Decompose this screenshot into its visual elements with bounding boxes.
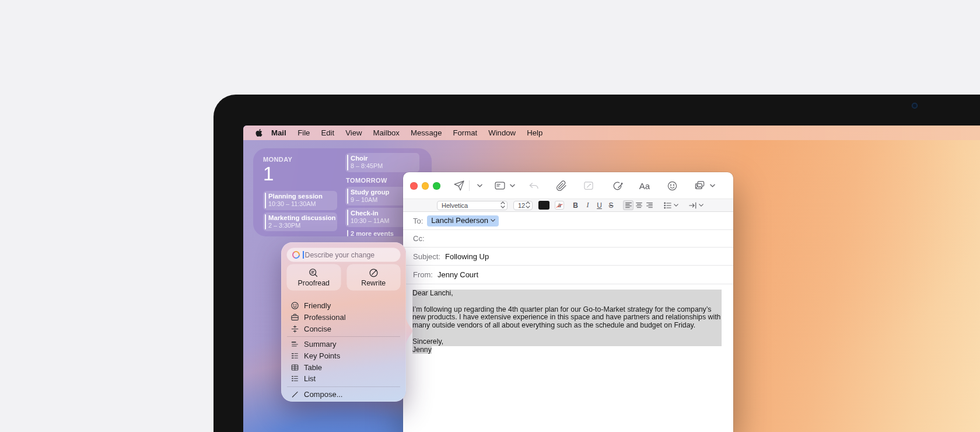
strikethrough-button[interactable]: S [607, 201, 615, 210]
subject-label: Subject: [413, 252, 440, 261]
format-key-points-label: Key Points [304, 351, 340, 360]
to-field[interactable]: To: Lanchi Pederson [403, 212, 733, 230]
event-time: 8 – 8:45PM [351, 162, 416, 170]
align-left-button[interactable] [623, 200, 634, 210]
recipient-chevron-icon [491, 219, 495, 222]
highlight-color-well[interactable]: a [555, 201, 564, 210]
calendar-event[interactable]: Choir 8 – 8:45PM [345, 153, 419, 172]
text-color-well[interactable] [538, 201, 550, 210]
writing-tools-button[interactable] [611, 179, 624, 192]
menu-divider [287, 386, 400, 387]
markup-icon [582, 179, 595, 192]
recipient-token[interactable]: Lanchi Pederson [427, 215, 499, 227]
zoom-button[interactable] [433, 182, 440, 190]
minimize-button[interactable] [422, 182, 429, 190]
writing-tools-popup: Proofread Rewrite Friendly [281, 242, 406, 402]
cc-label: Cc: [413, 234, 425, 243]
bold-button[interactable]: B [571, 201, 580, 210]
from-label: From: [413, 270, 433, 279]
event-title: Choir [351, 155, 416, 162]
list-icon [289, 374, 300, 383]
text-wrap-button[interactable] [688, 201, 704, 210]
calendar-day-label: MONDAY [263, 156, 341, 163]
summary-icon [289, 340, 300, 349]
send-options-chevron-icon[interactable] [473, 179, 486, 192]
header-fields-chevron-icon[interactable] [506, 179, 519, 192]
align-center-button[interactable] [634, 200, 644, 210]
tone-professional-label: Professional [304, 313, 346, 322]
body-greeting: Dear Lanchi, [412, 290, 722, 298]
calendar-event[interactable]: Planning session 10:30 – 11:30AM [263, 191, 337, 210]
subject-field[interactable]: Subject: Following Up [403, 248, 733, 266]
menu-divider [287, 336, 400, 337]
format-key-points-item[interactable]: Key Points [287, 350, 400, 362]
proofread-label: Proofread [298, 279, 330, 287]
to-label: To: [413, 217, 423, 225]
menu-item-view[interactable]: View [340, 128, 368, 137]
emoji-button[interactable] [666, 179, 678, 192]
send-button[interactable] [453, 179, 466, 192]
list-style-button[interactable] [663, 201, 678, 210]
proofread-button[interactable]: Proofread [287, 264, 341, 290]
body-blank-line [412, 298, 722, 306]
menu-item-window[interactable]: Window [483, 128, 522, 137]
header-fields-button[interactable] [494, 179, 506, 192]
format-button[interactable]: Aa [638, 179, 651, 192]
underline-button[interactable]: U [595, 201, 604, 210]
calendar-event[interactable]: Marketing discussion 2 – 3:30PM [263, 212, 337, 232]
tone-concise-label: Concise [304, 325, 331, 333]
photo-browser-button[interactable] [693, 179, 706, 192]
describe-change-input[interactable] [305, 251, 387, 259]
message-body-editor[interactable]: Dear Lanchi, I’m following up regarding … [403, 284, 733, 432]
menu-item-file[interactable]: File [292, 128, 316, 137]
format-summary-item[interactable]: Summary [287, 339, 400, 350]
format-table-item[interactable]: Table [287, 361, 400, 373]
close-button[interactable] [410, 182, 418, 190]
menu-item-mail[interactable]: Mail [265, 128, 292, 137]
tone-friendly-item[interactable]: Friendly [287, 300, 400, 312]
menu-item-edit[interactable]: Edit [316, 128, 340, 137]
menu-item-format[interactable]: Format [447, 128, 483, 137]
rewrite-label: Rewrite [361, 279, 386, 287]
table-icon [289, 363, 300, 372]
stepper-icon [526, 201, 530, 210]
apple-intelligence-icon [292, 250, 300, 259]
format-list-item[interactable]: List [287, 373, 400, 385]
rewrite-button[interactable]: Rewrite [347, 264, 401, 290]
stepper-icon [501, 201, 505, 210]
font-family-value: Helvetica [442, 202, 468, 209]
compose-toolbar: Aa [403, 172, 733, 199]
italic-button[interactable]: I [583, 201, 592, 210]
tone-concise-item[interactable]: Concise [287, 323, 400, 335]
proofread-magnifier-icon [309, 268, 318, 278]
format-table-label: Table [304, 363, 322, 372]
apple-logo-icon[interactable] [253, 128, 265, 137]
font-size-value: 12 [518, 202, 525, 209]
photo-browser-chevron-icon[interactable] [706, 179, 719, 192]
compose-item[interactable]: Compose... [287, 389, 400, 400]
selected-text-block: Dear Lanchi, I’m following up regarding … [412, 290, 722, 346]
font-size-select[interactable]: 12 [513, 201, 533, 210]
body-closing: Sincerely, [412, 338, 722, 346]
describe-change-input-wrap [287, 248, 400, 262]
attach-file-button[interactable] [555, 179, 568, 192]
font-family-select[interactable]: Helvetica [437, 201, 508, 210]
event-title: Planning session [268, 193, 334, 200]
from-value: Jenny Court [438, 270, 478, 279]
from-field[interactable]: From: Jenny Court [403, 266, 733, 284]
menu-item-message[interactable]: Message [405, 128, 447, 137]
subject-value: Following Up [445, 252, 489, 261]
reply-icon [527, 179, 540, 192]
popup-tail [406, 318, 412, 344]
recipient-name: Lanchi Pederson [431, 216, 488, 225]
concise-icon [289, 325, 300, 333]
rewrite-pencil-icon [369, 268, 379, 278]
cc-field[interactable]: Cc: [403, 230, 733, 248]
alignment-group [623, 200, 654, 210]
menu-item-mailbox[interactable]: Mailbox [368, 128, 405, 137]
tone-professional-item[interactable]: Professional [287, 312, 400, 323]
compose-pencil-icon [289, 390, 300, 399]
align-right-button[interactable] [644, 200, 654, 210]
menu-item-help[interactable]: Help [522, 128, 548, 137]
format-summary-label: Summary [304, 340, 337, 349]
